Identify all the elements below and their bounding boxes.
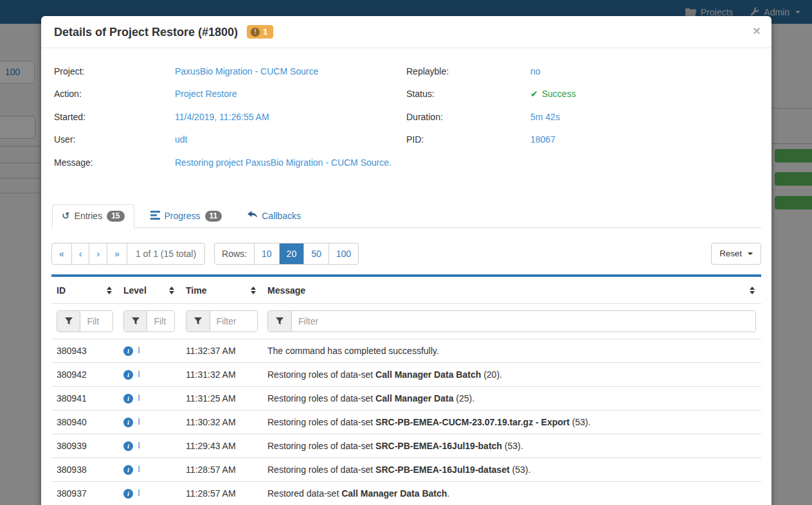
entry-message: Restoring roles of data-set Call Manager… bbox=[262, 369, 761, 380]
entries-count-badge: 15 bbox=[107, 211, 124, 222]
table-row[interactable]: 380938 iI 11:28:57 AM Restoring roles of… bbox=[51, 458, 761, 482]
rows-per-page-group: Rows: 10 20 50 100 bbox=[214, 243, 359, 265]
sort-icon[interactable] bbox=[107, 287, 112, 294]
reset-label: Reset bbox=[719, 247, 742, 260]
reset-button[interactable]: Reset bbox=[711, 243, 761, 265]
tab-bar: ↺ Entries 15 Progress 11 Callbacks bbox=[51, 204, 761, 228]
close-icon[interactable]: × bbox=[753, 24, 761, 37]
column-label: Level bbox=[123, 285, 147, 296]
entry-level: I bbox=[138, 345, 140, 355]
detail-label: Started: bbox=[54, 112, 175, 122]
column-label: ID bbox=[57, 285, 66, 296]
detail-row: Started: 11/4/2019, 11:26:55 AM bbox=[54, 105, 406, 128]
entry-id: 380942 bbox=[57, 369, 87, 380]
table-header-row: ID Level Time Message bbox=[51, 277, 761, 304]
table-row[interactable]: 380939 iI 11:29:43 AM Restoring roles of… bbox=[51, 434, 761, 458]
tab-callbacks-label: Callbacks bbox=[262, 211, 301, 221]
filter-message-input[interactable] bbox=[292, 311, 755, 332]
rows-option-50[interactable]: 50 bbox=[303, 244, 329, 264]
entry-id: 380937 bbox=[57, 488, 87, 499]
table-row[interactable]: 380943 iI 11:32:37 AM The command has co… bbox=[51, 339, 761, 363]
sort-icon[interactable] bbox=[251, 287, 256, 294]
prev-page-button[interactable]: ‹ bbox=[71, 244, 89, 264]
column-label: Message bbox=[267, 285, 305, 296]
table-row[interactable]: 380942 iI 11:31:32 AM Restoring roles of… bbox=[51, 363, 761, 387]
entry-time: 11:29:43 AM bbox=[186, 441, 236, 451]
rows-option-10[interactable]: 10 bbox=[254, 244, 279, 264]
entry-level: I bbox=[138, 369, 140, 379]
detail-row: Duration: 5m 42s bbox=[406, 105, 759, 128]
entry-level: I bbox=[138, 440, 140, 450]
detail-label: Project: bbox=[54, 66, 175, 76]
table-body: 380943 iI 11:32:37 AM The command has co… bbox=[51, 339, 761, 505]
entry-time: 11:32:37 AM bbox=[186, 346, 236, 356]
entry-id: 380938 bbox=[57, 465, 87, 475]
detail-value[interactable]: Project Restore bbox=[175, 89, 237, 99]
filter-id-input[interactable] bbox=[80, 311, 113, 332]
funnel-icon[interactable] bbox=[57, 311, 80, 332]
caret-down-icon bbox=[748, 253, 753, 255]
column-label: Time bbox=[186, 285, 206, 296]
entry-time: 11:28:57 AM bbox=[186, 488, 236, 499]
detail-value[interactable]: 18067 bbox=[530, 134, 555, 145]
entry-level: I bbox=[138, 464, 140, 474]
detail-value[interactable]: 5m 42s bbox=[530, 112, 560, 122]
info-icon: i bbox=[123, 346, 133, 356]
next-page-button[interactable]: › bbox=[89, 244, 107, 264]
first-page-button[interactable]: « bbox=[52, 244, 71, 264]
funnel-icon[interactable] bbox=[268, 311, 292, 332]
column-header-level[interactable]: Level bbox=[118, 285, 181, 296]
modal-header: Details of Project Restore (#1800) ! 1 × bbox=[41, 16, 771, 48]
rows-option-20[interactable]: 20 bbox=[279, 244, 304, 264]
detail-value[interactable]: no bbox=[530, 66, 541, 76]
column-header-id[interactable]: ID bbox=[51, 285, 118, 296]
detail-label: Status: bbox=[406, 89, 530, 99]
info-icon: i bbox=[123, 394, 133, 403]
column-header-message[interactable]: Message bbox=[262, 285, 761, 296]
details-left-column: Project: PaxusBio Migration - CUCM Sourc… bbox=[54, 60, 406, 174]
entry-time: 11:30:32 AM bbox=[186, 417, 236, 427]
table-row[interactable]: 380941 iI 11:31:25 AM Restoring roles of… bbox=[51, 387, 761, 411]
exclamation-icon: ! bbox=[251, 28, 260, 37]
entry-message: The command has completed successfully. bbox=[262, 346, 761, 356]
table-row[interactable]: 380937 iI 11:28:57 AM Restored data-set … bbox=[51, 482, 761, 505]
entry-message: Restoring roles of data-set SRC-PB-EMEA-… bbox=[262, 441, 761, 451]
progress-count-badge: 11 bbox=[205, 211, 222, 222]
rows-option-100[interactable]: 100 bbox=[329, 244, 358, 264]
last-page-button[interactable]: » bbox=[107, 244, 127, 264]
table-row[interactable]: 380940 iI 11:30:32 AM Restoring roles of… bbox=[51, 411, 761, 434]
detail-value[interactable]: 11/4/2019, 11:26:55 AM bbox=[175, 112, 269, 122]
tab-entries[interactable]: ↺ Entries 15 bbox=[52, 204, 134, 228]
entry-time: 11:31:32 AM bbox=[186, 369, 236, 380]
page-status: 1 of 1 (15 total) bbox=[127, 244, 204, 264]
filter-time-input[interactable] bbox=[210, 311, 257, 332]
funnel-icon[interactable] bbox=[186, 311, 210, 332]
reply-icon bbox=[248, 211, 257, 221]
filter-level-input[interactable] bbox=[147, 311, 174, 332]
entry-level: I bbox=[138, 488, 140, 498]
sort-icon[interactable] bbox=[169, 287, 174, 294]
detail-value[interactable]: PaxusBio Migration - CUCM Source bbox=[175, 66, 318, 76]
detail-row: Message: Restoring project PaxusBio Migr… bbox=[54, 151, 406, 174]
detail-value[interactable]: Restoring project PaxusBio Migration - C… bbox=[175, 157, 392, 168]
funnel-icon[interactable] bbox=[124, 311, 147, 332]
info-icon: i bbox=[123, 441, 133, 451]
entry-id: 380940 bbox=[57, 417, 87, 427]
modal-title: Details of Project Restore (#1800) bbox=[54, 26, 238, 39]
history-icon: ↺ bbox=[62, 211, 70, 220]
check-icon: ✔ bbox=[530, 89, 538, 99]
entry-time: 11:31:25 AM bbox=[186, 393, 236, 403]
entry-id: 380939 bbox=[57, 441, 87, 451]
detail-value[interactable]: udt bbox=[175, 134, 187, 145]
sort-icon[interactable] bbox=[750, 287, 755, 294]
detail-value[interactable]: ✔Success bbox=[530, 89, 576, 99]
column-header-time[interactable]: Time bbox=[181, 285, 262, 296]
entry-message: Restored data-set Call Manager Data Batc… bbox=[262, 488, 761, 499]
tab-progress[interactable]: Progress 11 bbox=[141, 204, 232, 228]
details-section: Project: PaxusBio Migration - CUCM Sourc… bbox=[41, 48, 771, 174]
info-icon: i bbox=[123, 465, 133, 475]
warning-count-badge: ! 1 bbox=[247, 25, 273, 39]
info-icon: i bbox=[123, 489, 133, 499]
tab-callbacks[interactable]: Callbacks bbox=[238, 204, 311, 228]
detail-label: Duration: bbox=[406, 112, 530, 122]
